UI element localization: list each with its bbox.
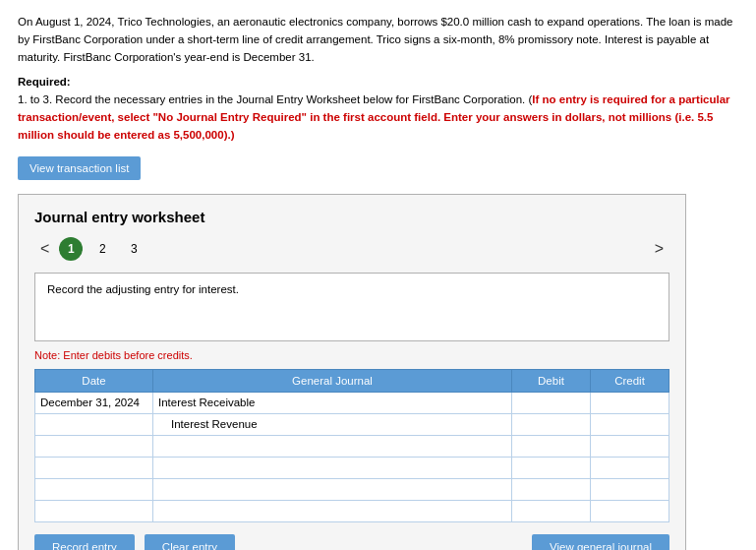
row6-credit-input[interactable] (591, 501, 669, 521)
col-header-general-journal: General Journal (153, 369, 512, 392)
row5-credit-cell[interactable] (591, 478, 669, 500)
row5-credit-input[interactable] (591, 479, 669, 500)
row6-account-cell[interactable] (153, 500, 512, 521)
row3-account-cell[interactable] (153, 435, 512, 457)
worksheet-container: Journal entry worksheet < 1 2 3 > Record… (18, 194, 686, 550)
required-label: Required: (18, 76, 738, 88)
row6-date (35, 500, 153, 521)
required-section: Required: 1. to 3. Record the necessary … (18, 76, 738, 144)
row3-credit-input[interactable] (591, 436, 669, 457)
bottom-buttons: Record entry Clear entry View general jo… (34, 534, 669, 550)
row2-account-input[interactable] (153, 414, 511, 435)
table-row (35, 478, 669, 500)
row1-credit-cell[interactable] (591, 392, 669, 413)
row2-account-cell[interactable] (153, 413, 512, 435)
note-text: Note: Enter debits before credits. (34, 349, 669, 361)
view-transaction-list-button[interactable]: View transaction list (18, 156, 141, 180)
required-instruction: 1. to 3. Record the necessary entries in… (18, 92, 738, 144)
instruction-plain: 1. to 3. Record the necessary entries in… (18, 93, 532, 105)
row3-account-input[interactable] (153, 436, 511, 457)
row5-debit-input[interactable] (512, 479, 590, 500)
description-text: Record the adjusting entry for interest. (47, 283, 239, 295)
row6-credit-cell[interactable] (591, 500, 669, 521)
pagination-row: < 1 2 3 > (34, 237, 669, 261)
row5-account-input[interactable] (153, 479, 511, 500)
row3-credit-cell[interactable] (591, 435, 669, 457)
row4-credit-input[interactable] (591, 458, 669, 478)
page-3[interactable]: 3 (122, 237, 145, 261)
row1-debit-cell[interactable] (512, 392, 591, 413)
col-header-credit: Credit (591, 369, 669, 392)
row1-date: December 31, 2024 (35, 392, 153, 413)
row6-debit-input[interactable] (512, 501, 590, 521)
row5-account-cell[interactable] (153, 478, 512, 500)
row2-debit-input[interactable] (512, 414, 590, 435)
table-row: December 31, 2024 (35, 392, 669, 413)
table-row (35, 435, 669, 457)
row6-debit-cell[interactable] (512, 500, 591, 521)
row5-date (35, 478, 153, 500)
row2-credit-input[interactable] (591, 414, 669, 435)
row2-date (35, 413, 153, 435)
row1-debit-input[interactable] (512, 393, 590, 413)
row4-debit-cell[interactable] (512, 457, 591, 478)
row4-date (35, 457, 153, 478)
clear-entry-button[interactable]: Clear entry (145, 534, 235, 550)
row4-credit-cell[interactable] (591, 457, 669, 478)
row4-account-input[interactable] (153, 458, 511, 478)
worksheet-title: Journal entry worksheet (34, 209, 669, 225)
row4-debit-input[interactable] (512, 458, 590, 478)
intro-paragraph: On August 1, 2024, Trico Technologies, a… (18, 14, 738, 66)
table-row (35, 457, 669, 478)
col-header-debit: Debit (512, 369, 591, 392)
journal-table: Date General Journal Debit Credit Decemb… (34, 369, 669, 522)
table-row (35, 500, 669, 521)
row1-credit-input[interactable] (591, 393, 669, 413)
row5-debit-cell[interactable] (512, 478, 591, 500)
row2-debit-cell[interactable] (512, 413, 591, 435)
record-entry-button[interactable]: Record entry (34, 534, 135, 550)
view-general-journal-button[interactable]: View general journal (532, 534, 669, 550)
row3-debit-input[interactable] (512, 436, 590, 457)
row1-account-input[interactable] (153, 393, 511, 413)
row1-account-cell[interactable] (153, 392, 512, 413)
row6-account-input[interactable] (153, 501, 511, 521)
table-row (35, 413, 669, 435)
row3-debit-cell[interactable] (512, 435, 591, 457)
pagination-prev-button[interactable]: < (34, 240, 55, 258)
row3-date (35, 435, 153, 457)
row2-credit-cell[interactable] (591, 413, 669, 435)
row4-account-cell[interactable] (153, 457, 512, 478)
page-2[interactable]: 2 (90, 237, 114, 261)
page-1-active[interactable]: 1 (59, 237, 83, 261)
col-header-date: Date (35, 369, 153, 392)
pagination-next-button[interactable]: > (649, 240, 669, 258)
description-box: Record the adjusting entry for interest. (34, 273, 669, 341)
